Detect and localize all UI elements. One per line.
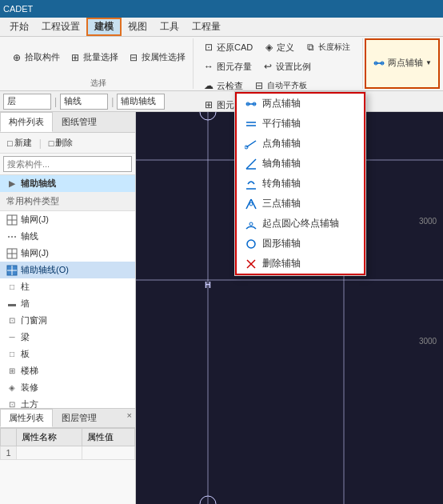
restore-cad-btn[interactable]: ↩ 设置比例 [257, 58, 315, 75]
menu-project-settings[interactable]: 工程设置 [35, 18, 86, 36]
sep1: | [54, 96, 57, 107]
svg-text:3000: 3000 [419, 337, 437, 346]
delete-icon: □ [49, 138, 54, 148]
aux-axis-expand-icon: ▶ [6, 178, 18, 190]
svg-line-36 [251, 199, 256, 209]
menu-start[interactable]: 开始 [3, 18, 35, 36]
menu-build[interactable]: 建模 [86, 18, 122, 36]
ratio-icon: ⊡ [202, 41, 215, 54]
attr-select-btn[interactable]: ⊟ 按属性选择 [123, 38, 190, 76]
tree-item-axis[interactable]: 轴线 [0, 228, 135, 245]
dd-rotate-angle-icon [245, 178, 257, 190]
pick-icon: ⊕ [10, 51, 23, 64]
axis-line-icon [6, 231, 18, 242]
attrs-table: 属性名称 属性值 1 [0, 428, 135, 460]
tree-item-slab[interactable]: □ 板 [0, 346, 135, 362]
dd-item-delete-axis[interactable]: 删除辅轴 [237, 254, 364, 274]
copy-layer-icon: ⧉ [304, 41, 317, 54]
tree-item-stair[interactable]: ⊞ 楼梯 [0, 362, 135, 379]
close-btn[interactable]: × [127, 410, 132, 420]
tree-item-auxaxis[interactable]: 辅助轴线(O) [0, 262, 135, 278]
dd-item-axis-angle[interactable]: 轴角辅轴 [237, 154, 364, 174]
dd-item-three-point[interactable]: 三点辅轴 [237, 194, 364, 214]
dd-three-point-icon [245, 198, 257, 210]
table-row: 1 [1, 446, 135, 460]
slab-icon: □ [6, 349, 18, 360]
tree-item-decoration[interactable]: ◈ 装修 [0, 379, 135, 396]
tree-item-axisj[interactable]: 轴网(J) [0, 245, 135, 262]
storage-icon: ⊞ [202, 98, 215, 111]
attr-name-1 [17, 446, 82, 460]
bottom-panel: 属性列表 图层管理 × 属性名称 属性值 1 [0, 408, 135, 504]
wall-icon: ▬ [6, 298, 18, 310]
menu-tools[interactable]: 工具 [154, 18, 186, 36]
toolbar-group-cad: ⊡ 还原CAD ◈ 定义 ⧉ 长度标注 ↔ 图元存量 ↩ 设置比例 ☁ 云检查 [195, 38, 363, 89]
length-mark-icon: ↔ [202, 60, 215, 73]
svg-point-38 [249, 222, 253, 226]
stair-icon: ⊞ [6, 366, 18, 377]
axis-buttons: 两点辅轴 ▼ [369, 40, 435, 86]
set-ratio-btn[interactable]: ⊡ 还原CAD [198, 38, 257, 56]
select-buttons: ⊕ 拾取构件 ⊞ 批量选择 ⊟ 按属性选择 [6, 38, 190, 76]
tree-item-beam[interactable]: ─ 梁 [0, 329, 135, 346]
define-icon: ◈ [262, 41, 275, 54]
auto-level-icon: ⊟ [253, 79, 265, 92]
attr-icon: ⊟ [127, 51, 140, 64]
length-mark-btn[interactable]: ↔ 图元存量 [198, 58, 256, 75]
batch-select-btn[interactable]: ⊞ 批量选择 [65, 38, 122, 76]
define-btn[interactable]: ◈ 定义 [258, 38, 298, 56]
dd-delete-icon [245, 258, 257, 270]
menu-bar: 开始 工程设置 建模 视图 工具 工程量 [0, 18, 443, 37]
two-point-axis-btn[interactable]: 两点辅轴 ▼ [369, 40, 435, 86]
tree-item-doorhole[interactable]: ⊡ 门窗洞 [0, 312, 135, 329]
axisnet-icon [6, 214, 18, 226]
toolbar-group-select: ⊕ 拾取构件 ⊞ 批量选择 ⊟ 按属性选择 选择 [3, 38, 194, 89]
tab-component-list[interactable]: 构件列表 [0, 112, 53, 132]
dd-item-start-center-end[interactable]: 起点圆心终点辅轴 [237, 214, 364, 234]
svg-point-37 [249, 202, 253, 206]
select-group-label: 选择 [6, 78, 190, 89]
dd-item-circle[interactable]: 圆形辅轴 [237, 234, 364, 254]
tab-drawing-management[interactable]: 图纸管理 [53, 112, 106, 132]
title-text: CADET [3, 4, 33, 14]
tree-aux-axis-header[interactable]: ▶ 辅助轴线 [0, 175, 135, 192]
dd-circle-icon [245, 238, 257, 250]
svg-text:3000: 3000 [419, 217, 437, 226]
new-btn[interactable]: □ 新建 [3, 134, 36, 151]
sep2: | [111, 96, 114, 107]
pick-component-btn[interactable]: ⊕ 拾取构件 [6, 38, 64, 76]
menu-quantity[interactable]: 工程量 [186, 18, 227, 36]
dd-item-parallel[interactable]: 平行辅轴 [237, 114, 364, 134]
menu-view[interactable]: 视图 [122, 18, 154, 36]
axis-combo[interactable]: 轴线 [60, 94, 108, 110]
bottom-panel-tabs: 属性列表 图层管理 × [0, 409, 135, 428]
dd-item-two-point[interactable]: 两点辅轴 [237, 94, 364, 114]
dd-start-center-icon [245, 218, 257, 230]
copy-to-layer-btn[interactable]: ⧉ 长度标注 [300, 38, 354, 56]
tree-common-types: 常用构件类型 [0, 192, 135, 211]
dd-item-point-angle[interactable]: 点角辅轴 [237, 134, 364, 154]
sep3: | [39, 138, 42, 149]
dd-item-rotate-angle[interactable]: 转角辅轴 [237, 174, 364, 194]
bottom-tab-layers[interactable]: 图层管理 [53, 409, 106, 427]
panel-tabs: 构件列表 图纸管理 [0, 112, 135, 133]
tree-item-axisnet[interactable]: 轴网(J) [0, 211, 135, 228]
col-attr-name: 属性名称 [17, 429, 82, 446]
tree-item-wall[interactable]: ▬ 墙 [0, 295, 135, 312]
dropdown-arrow-icon: ▼ [425, 59, 432, 66]
layer-combo[interactable]: 层 [3, 94, 51, 110]
left-panel: 构件列表 图纸管理 □ 新建 | □ 删除 ▶ 辅助轴线 常用构件类型 [0, 112, 136, 504]
restore-icon: ↩ [261, 60, 274, 73]
new-icon: □ [7, 138, 13, 148]
search-input[interactable] [3, 156, 132, 172]
dd-axis-angle-icon [245, 158, 257, 170]
tree-item-earthwork[interactable]: ⊡ 土方 [0, 396, 135, 408]
aux-axis-combo[interactable]: 辅助轴线 [117, 94, 165, 110]
toolbar: ⊕ 拾取构件 ⊞ 批量选择 ⊟ 按属性选择 选择 ⊡ 还原CAD ◈ 定义 [0, 37, 443, 91]
delete-btn[interactable]: □ 删除 [45, 134, 78, 151]
panel-search [0, 154, 135, 175]
tree-item-col[interactable]: □ 柱 [0, 278, 135, 295]
doorhole-icon: ⊡ [6, 315, 18, 326]
bottom-tab-attrs[interactable]: 属性列表 [0, 409, 53, 427]
decoration-icon: ◈ [6, 382, 18, 394]
